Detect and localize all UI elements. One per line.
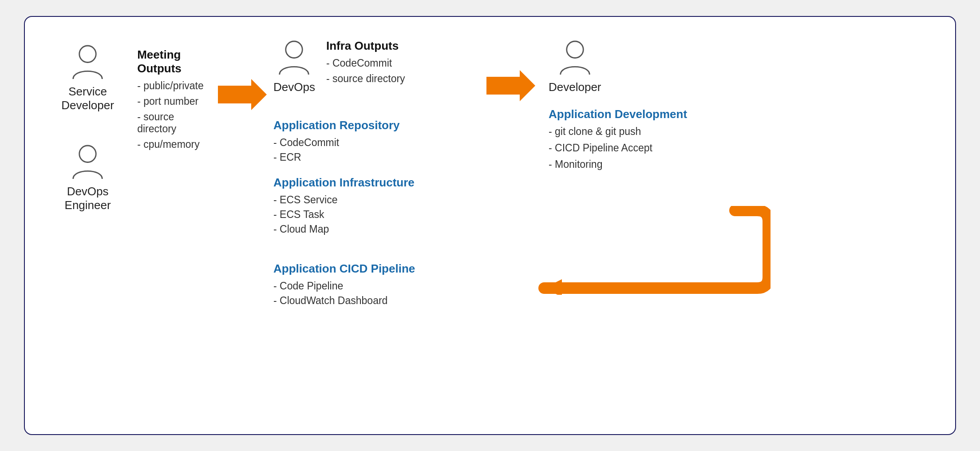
app-development-block: Application Development - git clone & gi… [549, 107, 933, 170]
infra-output-item-2: - source directory [326, 73, 405, 85]
app-infra-item-3: - Cloud Map [273, 223, 482, 235]
devops-persona-group: DevOps [273, 39, 315, 94]
section-left: Service Developer DevOps Engineer Meetin… [47, 35, 216, 416]
arrow1-section [216, 35, 269, 416]
infra-outputs-list: - CodeCommit - source directory [326, 57, 405, 85]
devops-center-label: DevOps [273, 80, 315, 94]
app-repo-item-2: - ECR [273, 151, 482, 163]
developer-icon [558, 39, 592, 77]
meeting-output-item-1: - public/private [137, 80, 216, 92]
svg-point-1 [79, 146, 96, 162]
app-infrastructure-list: - ECS Service - ECS Task - Cloud Map [273, 194, 482, 235]
meeting-output-item-2: - port number [137, 95, 216, 107]
devops-center-icon [277, 39, 311, 77]
devops-engineer-group: DevOps Engineer [47, 143, 128, 212]
developer-appdev-row: Developer [549, 39, 933, 94]
svg-marker-4 [486, 70, 535, 101]
meeting-output-item-3: - source directory [137, 111, 216, 135]
developer-label: Developer [549, 80, 601, 94]
app-cicd-item-1: - Code Pipeline [273, 280, 482, 292]
app-infra-item-1: - ECS Service [273, 194, 482, 206]
app-development-list: - git clone & git push - CICD Pipeline A… [549, 126, 933, 170]
app-cicd-heading: Application CICD Pipeline [273, 262, 482, 276]
section-right: Developer Application Development - git … [540, 35, 933, 416]
app-infrastructure-block: Application Infrastructure - ECS Service… [273, 176, 482, 235]
service-developer-icon [71, 44, 104, 81]
app-dev-item-3: - Monitoring [549, 158, 933, 170]
app-development-heading: Application Development [549, 107, 933, 121]
infra-outputs-heading: Infra Outputs [326, 39, 405, 53]
devops-engineer-icon [71, 143, 104, 181]
svg-point-5 [567, 41, 584, 58]
diagram-container: Service Developer DevOps Engineer Meetin… [24, 16, 956, 435]
app-infra-item-2: - ECS Task [273, 209, 482, 221]
service-developer-label: Service Developer [47, 85, 128, 112]
section-center: DevOps Infra Outputs - CodeCommit - sour… [269, 35, 482, 416]
personas-column: Service Developer DevOps Engineer [47, 44, 128, 416]
svg-point-3 [286, 41, 303, 58]
app-dev-item-1: - git clone & git push [549, 126, 933, 138]
developer-persona-group: Developer [549, 39, 601, 94]
app-repository-heading: Application Repository [273, 119, 482, 132]
devops-infra-row: DevOps Infra Outputs - CodeCommit - sour… [273, 39, 482, 107]
infra-output-item-1: - CodeCommit [326, 57, 405, 69]
devops-engineer-label: DevOps Engineer [47, 185, 128, 212]
curved-arrow-svg [522, 206, 771, 295]
app-dev-item-2: - CICD Pipeline Accept [549, 142, 933, 154]
app-repo-item-1: - CodeCommit [273, 137, 482, 149]
meeting-outputs-list: - public/private - port number - source … [137, 80, 216, 150]
app-infrastructure-heading: Application Infrastructure [273, 176, 482, 190]
svg-marker-2 [218, 79, 267, 110]
app-cicd-item-2: - CloudWatch Dashboard [273, 295, 482, 307]
app-cicd-block: Application CICD Pipeline - Code Pipelin… [273, 262, 482, 307]
infra-outputs-block: Infra Outputs - CodeCommit - source dire… [326, 39, 405, 88]
meeting-outputs-heading: Meeting Outputs [137, 48, 216, 75]
app-repository-block: Application Repository - CodeCommit - EC… [273, 119, 482, 163]
arrow-right-1 [218, 79, 267, 110]
svg-point-0 [79, 46, 96, 63]
app-cicd-list: - Code Pipeline - CloudWatch Dashboard [273, 280, 482, 307]
meeting-outputs-block: Meeting Outputs - public/private - port … [133, 44, 216, 416]
arrow-right-2 [486, 70, 535, 101]
app-repository-list: - CodeCommit - ECR [273, 137, 482, 163]
curved-arrow-area [549, 206, 933, 295]
full-layout: Service Developer DevOps Engineer Meetin… [47, 35, 933, 416]
meeting-output-item-4: - cpu/memory [137, 138, 216, 150]
service-developer-group: Service Developer [47, 44, 128, 112]
